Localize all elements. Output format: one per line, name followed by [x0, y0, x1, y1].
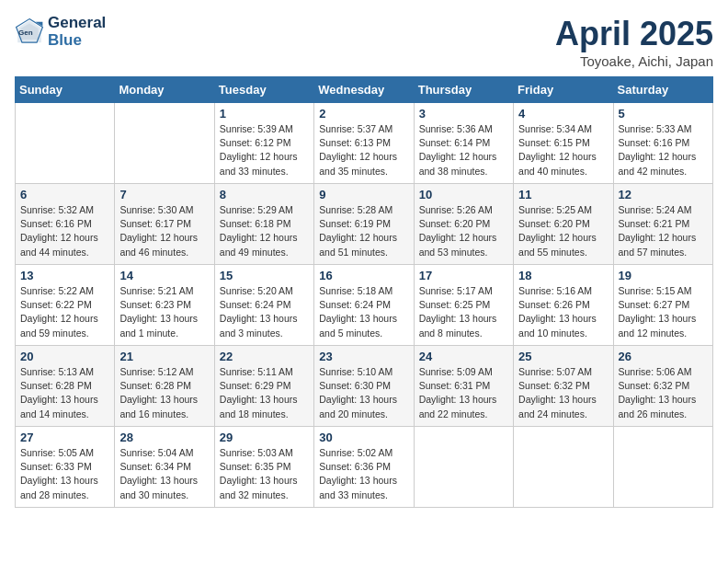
calendar-cell: 18Sunrise: 5:16 AM Sunset: 6:26 PM Dayli… — [514, 265, 613, 346]
day-info: Sunrise: 5:36 AM Sunset: 6:14 PM Dayligh… — [419, 122, 508, 178]
calendar-cell: 19Sunrise: 5:15 AM Sunset: 6:27 PM Dayli… — [613, 265, 712, 346]
day-number: 9 — [319, 188, 408, 201]
calendar-cell: 15Sunrise: 5:20 AM Sunset: 6:24 PM Dayli… — [214, 265, 313, 346]
day-info: Sunrise: 5:11 AM Sunset: 6:29 PM Dayligh… — [220, 365, 309, 421]
calendar-cell: 16Sunrise: 5:18 AM Sunset: 6:24 PM Dayli… — [314, 265, 414, 346]
weekday-header-cell: Thursday — [414, 77, 513, 103]
title-block: April 2025 Toyoake, Aichi, Japan — [555, 15, 713, 69]
calendar-cell: 14Sunrise: 5:21 AM Sunset: 6:23 PM Dayli… — [115, 265, 214, 346]
day-number: 25 — [518, 350, 608, 363]
calendar-week-row: 1Sunrise: 5:39 AM Sunset: 6:12 PM Daylig… — [16, 103, 713, 184]
day-number: 10 — [419, 188, 508, 201]
calendar-table: SundayMondayTuesdayWednesdayThursdayFrid… — [15, 76, 713, 508]
day-info: Sunrise: 5:15 AM Sunset: 6:27 PM Dayligh… — [619, 284, 708, 340]
day-info: Sunrise: 5:29 AM Sunset: 6:18 PM Dayligh… — [220, 203, 309, 259]
day-info: Sunrise: 5:37 AM Sunset: 6:13 PM Dayligh… — [319, 122, 408, 178]
day-number: 19 — [619, 269, 708, 282]
calendar-cell: 13Sunrise: 5:22 AM Sunset: 6:22 PM Dayli… — [16, 265, 115, 346]
day-info: Sunrise: 5:30 AM Sunset: 6:17 PM Dayligh… — [119, 203, 209, 259]
calendar-cell: 11Sunrise: 5:25 AM Sunset: 6:20 PM Dayli… — [514, 184, 613, 265]
weekday-header-cell: Wednesday — [314, 77, 414, 103]
weekday-header-cell: Friday — [514, 77, 613, 103]
day-number: 15 — [220, 269, 309, 282]
day-info: Sunrise: 5:33 AM Sunset: 6:16 PM Dayligh… — [619, 122, 708, 178]
day-number: 28 — [119, 431, 209, 444]
day-info: Sunrise: 5:10 AM Sunset: 6:30 PM Dayligh… — [319, 365, 408, 421]
page-header: Gen General Blue April 2025 Toyoake, Aic… — [15, 15, 713, 69]
day-number: 14 — [119, 269, 209, 282]
day-info: Sunrise: 5:06 AM Sunset: 6:32 PM Dayligh… — [619, 365, 708, 421]
calendar-cell: 4Sunrise: 5:34 AM Sunset: 6:15 PM Daylig… — [514, 103, 613, 184]
calendar-cell: 9Sunrise: 5:28 AM Sunset: 6:19 PM Daylig… — [314, 184, 414, 265]
day-number: 13 — [20, 269, 109, 282]
weekday-header-cell: Sunday — [16, 77, 115, 103]
weekday-header-cell: Monday — [115, 77, 214, 103]
day-info: Sunrise: 5:03 AM Sunset: 6:35 PM Dayligh… — [220, 446, 309, 502]
day-number: 12 — [619, 188, 708, 201]
day-info: Sunrise: 5:26 AM Sunset: 6:20 PM Dayligh… — [419, 203, 508, 259]
calendar-cell — [16, 103, 115, 184]
calendar-cell: 21Sunrise: 5:12 AM Sunset: 6:28 PM Dayli… — [115, 346, 214, 427]
day-number: 21 — [119, 350, 209, 363]
day-info: Sunrise: 5:34 AM Sunset: 6:15 PM Dayligh… — [518, 122, 608, 178]
calendar-cell: 30Sunrise: 5:02 AM Sunset: 6:36 PM Dayli… — [314, 427, 414, 508]
calendar-cell: 12Sunrise: 5:24 AM Sunset: 6:21 PM Dayli… — [613, 184, 712, 265]
day-info: Sunrise: 5:28 AM Sunset: 6:19 PM Dayligh… — [319, 203, 408, 259]
calendar-cell: 1Sunrise: 5:39 AM Sunset: 6:12 PM Daylig… — [214, 103, 313, 184]
weekday-header-row: SundayMondayTuesdayWednesdayThursdayFrid… — [16, 77, 713, 103]
day-number: 7 — [119, 188, 209, 201]
calendar-cell — [414, 427, 513, 508]
day-number: 22 — [220, 350, 309, 363]
calendar-week-row: 27Sunrise: 5:05 AM Sunset: 6:33 PM Dayli… — [16, 427, 713, 508]
day-number: 8 — [220, 188, 309, 201]
calendar-cell: 8Sunrise: 5:29 AM Sunset: 6:18 PM Daylig… — [214, 184, 313, 265]
calendar-cell — [514, 427, 613, 508]
day-number: 17 — [419, 269, 508, 282]
day-number: 27 — [20, 431, 109, 444]
day-number: 11 — [518, 188, 608, 201]
calendar-cell: 27Sunrise: 5:05 AM Sunset: 6:33 PM Dayli… — [16, 427, 115, 508]
day-number: 30 — [319, 431, 408, 444]
day-info: Sunrise: 5:04 AM Sunset: 6:34 PM Dayligh… — [119, 446, 209, 502]
day-info: Sunrise: 5:02 AM Sunset: 6:36 PM Dayligh… — [319, 446, 408, 502]
calendar-cell: 6Sunrise: 5:32 AM Sunset: 6:16 PM Daylig… — [16, 184, 115, 265]
calendar-cell: 20Sunrise: 5:13 AM Sunset: 6:28 PM Dayli… — [16, 346, 115, 427]
day-info: Sunrise: 5:22 AM Sunset: 6:22 PM Dayligh… — [20, 284, 109, 340]
calendar-cell: 10Sunrise: 5:26 AM Sunset: 6:20 PM Dayli… — [414, 184, 513, 265]
calendar-cell: 28Sunrise: 5:04 AM Sunset: 6:34 PM Dayli… — [115, 427, 214, 508]
day-number: 16 — [319, 269, 408, 282]
logo: Gen General Blue — [15, 15, 106, 49]
day-info: Sunrise: 5:12 AM Sunset: 6:28 PM Dayligh… — [119, 365, 209, 421]
day-info: Sunrise: 5:18 AM Sunset: 6:24 PM Dayligh… — [319, 284, 408, 340]
calendar-subtitle: Toyoake, Aichi, Japan — [555, 53, 713, 69]
day-info: Sunrise: 5:16 AM Sunset: 6:26 PM Dayligh… — [518, 284, 608, 340]
day-number: 4 — [518, 107, 608, 121]
day-info: Sunrise: 5:20 AM Sunset: 6:24 PM Dayligh… — [220, 284, 309, 340]
calendar-cell: 3Sunrise: 5:36 AM Sunset: 6:14 PM Daylig… — [414, 103, 513, 184]
day-number: 18 — [518, 269, 608, 282]
day-info: Sunrise: 5:07 AM Sunset: 6:32 PM Dayligh… — [518, 365, 608, 421]
calendar-cell: 2Sunrise: 5:37 AM Sunset: 6:13 PM Daylig… — [314, 103, 414, 184]
day-number: 2 — [319, 107, 408, 121]
svg-text:Gen: Gen — [18, 29, 33, 37]
calendar-cell: 25Sunrise: 5:07 AM Sunset: 6:32 PM Dayli… — [514, 346, 613, 427]
weekday-header-cell: Saturday — [613, 77, 712, 103]
day-info: Sunrise: 5:32 AM Sunset: 6:16 PM Dayligh… — [20, 203, 109, 259]
day-info: Sunrise: 5:13 AM Sunset: 6:28 PM Dayligh… — [20, 365, 109, 421]
day-info: Sunrise: 5:24 AM Sunset: 6:21 PM Dayligh… — [619, 203, 708, 259]
calendar-cell: 29Sunrise: 5:03 AM Sunset: 6:35 PM Dayli… — [214, 427, 313, 508]
calendar-week-row: 20Sunrise: 5:13 AM Sunset: 6:28 PM Dayli… — [16, 346, 713, 427]
calendar-week-row: 6Sunrise: 5:32 AM Sunset: 6:16 PM Daylig… — [16, 184, 713, 265]
day-number: 6 — [20, 188, 109, 201]
day-info: Sunrise: 5:25 AM Sunset: 6:20 PM Dayligh… — [518, 203, 608, 259]
calendar-cell: 17Sunrise: 5:17 AM Sunset: 6:25 PM Dayli… — [414, 265, 513, 346]
day-number: 20 — [20, 350, 109, 363]
day-info: Sunrise: 5:39 AM Sunset: 6:12 PM Dayligh… — [220, 122, 309, 178]
calendar-cell: 22Sunrise: 5:11 AM Sunset: 6:29 PM Dayli… — [214, 346, 313, 427]
calendar-cell: 26Sunrise: 5:06 AM Sunset: 6:32 PM Dayli… — [613, 346, 712, 427]
day-number: 29 — [220, 431, 309, 444]
calendar-title: April 2025 — [555, 15, 713, 53]
day-info: Sunrise: 5:21 AM Sunset: 6:23 PM Dayligh… — [119, 284, 209, 340]
calendar-cell: 24Sunrise: 5:09 AM Sunset: 6:31 PM Dayli… — [414, 346, 513, 427]
day-number: 3 — [419, 107, 508, 121]
